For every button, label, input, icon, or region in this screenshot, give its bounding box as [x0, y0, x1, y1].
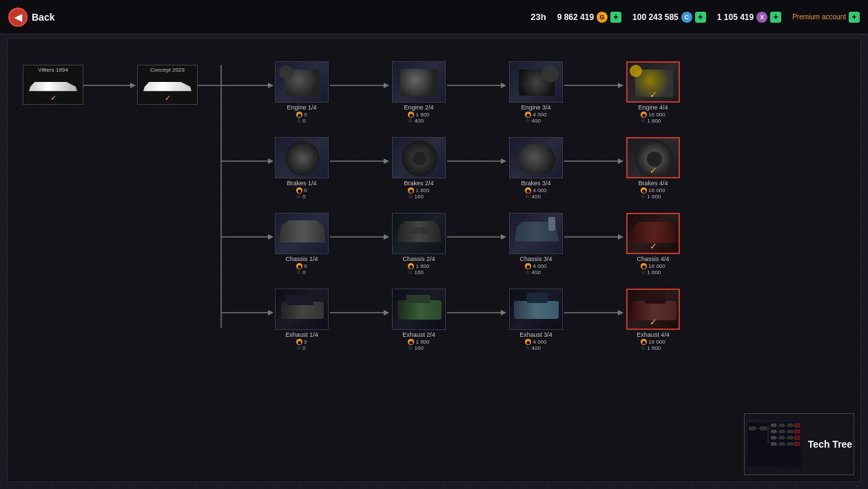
svg-marker-19	[384, 158, 389, 164]
svg-rect-52	[794, 430, 800, 433]
brakes-3-costs: ⬤4 000 ☆400	[525, 187, 546, 200]
villiers-image: Villiers 1994 ✓	[23, 65, 83, 105]
chassis-1-costs: ⬤0 ☆0	[296, 263, 307, 275]
chassis-4[interactable]: ✓ Chassis 4/4 ⬤16 000 ☆1 600	[626, 213, 680, 275]
svg-rect-53	[794, 436, 800, 439]
chassis-4-img: ✓	[626, 213, 680, 254]
engine-4-label: Engine 4/4	[638, 104, 668, 111]
svg-rect-44	[779, 430, 785, 433]
premium-label: Premium account	[792, 13, 846, 21]
concept-check: ✓	[165, 94, 171, 103]
chassis-2-label: Chassis 2/4	[402, 256, 435, 262]
svg-marker-5	[268, 83, 273, 88]
exhaust-4[interactable]: ✓ Exhaust 4/4 ⬤16 000 ☆1 600	[626, 289, 680, 351]
svg-marker-11	[268, 310, 273, 315]
brakes-1-costs: ⬤0 ☆0	[296, 187, 307, 200]
svg-rect-40	[771, 430, 776, 433]
brakes-2-img	[392, 137, 446, 178]
engine-3-label: Engine 3/4	[521, 104, 550, 111]
engine-3[interactable]: Engine 3/4 ⬤4 000 ☆400	[509, 61, 563, 124]
svg-marker-27	[501, 234, 506, 240]
exhaust-1[interactable]: Exhaust 1/4 ⬤0 ☆0	[275, 289, 329, 351]
svg-rect-37	[749, 426, 756, 430]
svg-rect-41	[771, 436, 776, 439]
brakes-4-check: ✓	[650, 165, 657, 176]
exhaust-4-img: ✓	[626, 289, 680, 330]
car-concept[interactable]: Concept 2023 ✓	[137, 65, 198, 105]
brakes-2-label: Brakes 2/4	[404, 180, 433, 187]
brakes-4-img: ✓	[626, 137, 680, 178]
engine-1-label: Engine 1/4	[287, 104, 316, 111]
exhaust-2-costs: ⬤1 600 ☆160	[408, 339, 429, 351]
chassis-1-img	[275, 213, 329, 254]
tech-tree-label: Tech Tree	[808, 439, 852, 450]
tech-tree-panel[interactable]: Tech Tree	[744, 413, 854, 475]
brakes-3-label: Brakes 3/4	[521, 180, 550, 187]
exhaust-1-img	[275, 289, 329, 330]
brakes-1-label: Brakes 1/4	[287, 180, 316, 187]
car-villiers[interactable]: Villiers 1994 ✓	[23, 65, 83, 105]
svg-marker-35	[618, 310, 623, 315]
brakes-4[interactable]: ✓ Brakes 4/4 ⬤16 000 ☆1 600	[626, 137, 680, 200]
add-gold-button[interactable]: +	[610, 12, 621, 23]
svg-marker-33	[501, 310, 506, 315]
svg-rect-54	[794, 442, 800, 446]
svg-marker-13	[384, 83, 389, 88]
exhaust-3-costs: ⬤4 000 ☆400	[525, 339, 546, 351]
tech-tree-minimap	[746, 420, 801, 468]
engine-2-costs: ⬤1 600 ☆400	[408, 112, 429, 124]
svg-marker-15	[501, 83, 506, 88]
chassis-4-costs: ⬤16 000 ☆1 600	[641, 263, 665, 275]
svg-marker-21	[501, 158, 506, 164]
add-premium-button[interactable]: +	[849, 12, 860, 23]
back-button[interactable]: ◀ Back	[8, 8, 54, 27]
svg-rect-45	[779, 436, 785, 439]
brakes-1[interactable]: Brakes 1/4 ⬤0 ☆0	[275, 137, 329, 200]
brakes-4-costs: ⬤16 000 ☆1 600	[641, 187, 665, 200]
top-bar-right: 23h 9 862 419 G + 100 243 585 C + 1 105 …	[530, 12, 860, 23]
main-area: Villiers 1994 ✓ Concept 2023 ✓ Engine 1/…	[7, 38, 861, 482]
chassis-2[interactable]: Chassis 2/4 ⬤1 600 ☆160	[392, 213, 446, 275]
svg-rect-46	[779, 442, 785, 446]
gold-value: 9 862 419	[557, 12, 594, 22]
xp-value: 1 105 419	[717, 12, 754, 22]
mini-tree-svg	[746, 421, 801, 468]
credits-group: 100 243 585 C +	[632, 12, 706, 23]
exhaust-2[interactable]: Exhaust 2/4 ⬤1 600 ☆160	[392, 289, 446, 351]
engine-4[interactable]: ✓ Engine 4/4 ⬤16 000 ☆1 600	[626, 61, 680, 124]
engine-1[interactable]: Engine 1/4 ⬤0 ☆0	[275, 61, 329, 124]
villiers-label: Villiers 1994	[38, 67, 68, 73]
svg-marker-1	[130, 83, 136, 88]
add-credits-button[interactable]: +	[695, 12, 706, 23]
svg-marker-17	[618, 83, 623, 88]
brakes-1-img	[275, 137, 329, 178]
chassis-2-costs: ⬤1 600 ☆160	[408, 263, 429, 275]
engine-3-costs: ⬤4 000 ☆400	[525, 112, 546, 124]
brakes-3[interactable]: Brakes 3/4 ⬤4 000 ☆400	[509, 137, 563, 200]
chassis-3[interactable]: Chassis 3/4 ⬤4 000 ☆400	[509, 213, 563, 275]
brakes-2-costs: ⬤1 600 ☆160	[408, 187, 429, 200]
back-label: Back	[32, 12, 54, 23]
brakes-2[interactable]: Brakes 2/4 ⬤1 600 ☆160	[392, 137, 446, 200]
exhaust-3[interactable]: Exhaust 3/4 ⬤4 000 ☆400	[509, 289, 563, 351]
svg-marker-9	[268, 234, 273, 240]
svg-rect-49	[787, 436, 793, 439]
svg-marker-31	[384, 310, 389, 315]
concept-image: Concept 2023 ✓	[137, 65, 198, 105]
engine-2[interactable]: Engine 2/4 ⬤1 600 ☆400	[392, 61, 446, 124]
tech-tree-mini-content	[746, 420, 801, 468]
add-xp-button[interactable]: +	[770, 12, 781, 23]
engine-2-label: Engine 2/4	[404, 104, 433, 111]
chassis-1[interactable]: Chassis 1/4 ⬤0 ☆0	[275, 213, 329, 275]
gold-group: 9 862 419 G +	[557, 12, 621, 23]
svg-rect-42	[771, 442, 776, 446]
credits-icon: C	[681, 12, 692, 23]
exhaust-1-costs: ⬤0 ☆0	[296, 339, 307, 351]
svg-marker-29	[618, 234, 623, 240]
exhaust-3-img	[509, 289, 563, 330]
chassis-3-img	[509, 213, 563, 254]
exhaust-4-check: ✓	[650, 317, 657, 327]
xp-group: 1 105 419 X +	[717, 12, 781, 23]
chassis-1-label: Chassis 1/4	[285, 256, 318, 262]
premium-group: Premium account +	[792, 12, 860, 23]
